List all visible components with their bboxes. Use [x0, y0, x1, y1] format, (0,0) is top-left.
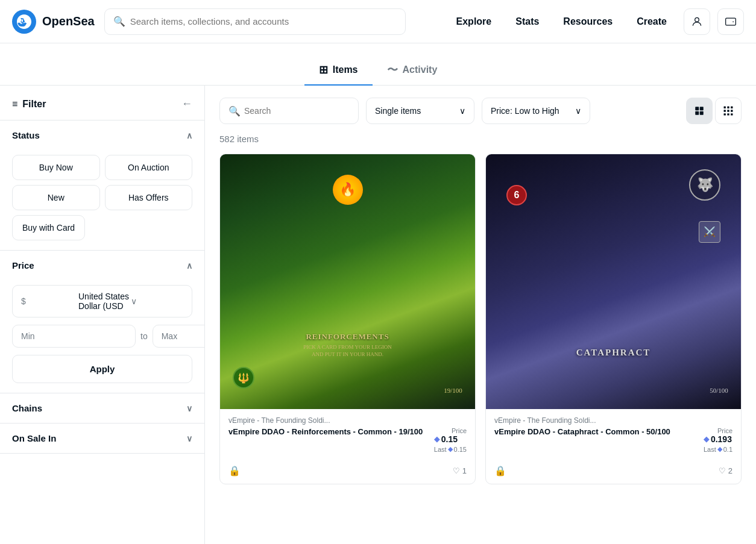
svg-rect-5	[700, 111, 704, 115]
svg-rect-4	[695, 111, 699, 115]
currency-selector[interactable]: $ United States Dollar (USD ∨	[12, 285, 192, 317]
nft2-like-count: 2	[728, 466, 732, 475]
nft1-card-number: 19/100	[444, 387, 462, 394]
on-sale-in-section: On Sale In ∨	[0, 424, 204, 454]
items-count: 582 items	[219, 134, 742, 144]
nft2-last-price-value: 0.1	[723, 446, 732, 453]
logo-icon	[12, 10, 36, 34]
filter-label: Filter	[22, 99, 46, 110]
price-min-input[interactable]	[12, 325, 136, 348]
logo[interactable]: OpenSea	[12, 10, 95, 34]
global-search-input[interactable]	[130, 16, 397, 27]
tab-activity[interactable]: 〜 Activity	[373, 55, 452, 86]
status-on-auction[interactable]: On Auction	[105, 155, 193, 180]
status-new[interactable]: New	[12, 185, 100, 210]
nft1-last-label: Last	[434, 446, 447, 453]
price-sort-dropdown[interactable]: Price: Low to High ∨	[482, 98, 590, 124]
nft1-last-price-value: 0.15	[454, 446, 467, 453]
svg-rect-1	[726, 18, 736, 25]
nft1-price-value: ◆ 0.15	[434, 434, 467, 444]
main-nav: Explore Stats Resources Create	[447, 8, 744, 35]
nft-card-1[interactable]: 🔥 REINFORCEMENTS PICK A CARD FROM YOUR L…	[219, 154, 476, 484]
status-section-header[interactable]: Status ∧	[0, 120, 204, 150]
main-content: ≡ Filter ← Status ∧ Buy Now On Auction N…	[0, 86, 756, 544]
nft-card-2[interactable]: 🐺 6 CATAPHRACT 50/100 ⚔️ vEmpire - The F…	[485, 154, 742, 484]
svg-rect-14	[731, 113, 732, 115]
status-buy-with-card[interactable]: Buy with Card	[12, 215, 85, 240]
price-section-header[interactable]: Price ∧	[0, 251, 204, 280]
nft2-price: 0.193	[711, 434, 732, 444]
status-title: Status	[12, 130, 40, 140]
nft1-card-image: 🔥 REINFORCEMENTS PICK A CARD FROM YOUR L…	[220, 154, 475, 409]
tabs-container: ⊞ Items 〜 Activity	[0, 43, 756, 86]
status-section-body: Buy Now On Auction New Has Offers Buy wi…	[0, 150, 204, 250]
nft2-price-col: Price ◆ 0.193 Last ◆ 0.1	[704, 427, 732, 453]
status-section: Status ∧ Buy Now On Auction New Has Offe…	[0, 120, 204, 251]
status-grid: Buy Now On Auction New Has Offers Buy wi…	[12, 155, 192, 240]
wallet-icon	[725, 16, 737, 28]
nft1-like-button[interactable]: ♡ 1	[453, 466, 467, 475]
search-field-icon: 🔍	[228, 105, 241, 117]
nav-resources[interactable]: Resources	[553, 11, 622, 32]
status-has-offers[interactable]: Has Offers	[105, 185, 193, 210]
price-title: Price	[12, 260, 34, 270]
account-icon	[691, 16, 703, 28]
currency-dropdown-arrow: ∨	[131, 296, 183, 306]
on-sale-in-header[interactable]: On Sale In ∨	[0, 424, 204, 453]
activity-icon: 〜	[387, 63, 398, 77]
nav-create[interactable]: Create	[627, 11, 676, 32]
small-grid-view-button[interactable]	[715, 98, 742, 124]
items-content: 🔍 Single items ∨ Price: Low to High ∨	[205, 86, 756, 544]
wallet-button[interactable]	[717, 8, 744, 35]
tab-items[interactable]: ⊞ Items	[304, 55, 373, 86]
svg-point-0	[695, 17, 699, 22]
nft2-like-button[interactable]: ♡ 2	[719, 466, 732, 475]
nft1-price-label: Price	[434, 427, 467, 434]
on-sale-in-chevron: ∨	[186, 434, 192, 443]
chains-section-header[interactable]: Chains ∨	[0, 393, 204, 423]
grid-icon: ⊞	[319, 63, 328, 77]
price-chevron: ∧	[186, 261, 192, 270]
nft2-price-value: ◆ 0.193	[704, 434, 732, 444]
svg-rect-7	[727, 107, 729, 108]
items-search-input[interactable]	[244, 106, 350, 116]
price-to-label: to	[140, 331, 148, 341]
nft2-last-price: Last ◆ 0.1	[704, 445, 732, 453]
nft1-card-text: REINFORCEMENTS PICK A CARD FROM YOUR LEG…	[233, 332, 462, 358]
price-max-input[interactable]	[153, 325, 205, 348]
global-search-bar[interactable]: 🔍	[104, 8, 406, 35]
nft1-last-eth: ◆	[448, 445, 453, 453]
nft1-top-badge: 🔥	[333, 175, 363, 205]
collapse-sidebar-button[interactable]: ←	[181, 98, 192, 110]
grid-view-button[interactable]	[686, 98, 713, 124]
status-buy-now[interactable]: Buy Now	[12, 155, 100, 180]
nft1-eth-icon: ◆	[434, 435, 439, 443]
toolbar: 🔍 Single items ∨ Price: Low to High ∨	[219, 98, 742, 124]
nft2-name: vEmpire DDAO - Cataphract - Common - 50/…	[494, 427, 699, 436]
small-grid-icon	[723, 105, 734, 116]
nft1-footer: 🔒 ♡ 1	[220, 460, 475, 484]
header: OpenSea 🔍 Explore Stats Resources Create	[0, 0, 756, 43]
nav-stats[interactable]: Stats	[506, 11, 549, 32]
account-button[interactable]	[684, 8, 710, 35]
sidebar: ≡ Filter ← Status ∧ Buy Now On Auction N…	[0, 86, 205, 544]
items-search-bar[interactable]: 🔍	[219, 98, 359, 124]
tab-items-label: Items	[333, 64, 358, 75]
nft2-footer: 🔒 ♡ 2	[486, 460, 741, 484]
price-section-body: $ United States Dollar (USD ∨ to Apply	[0, 280, 204, 393]
opensea-logo-svg	[17, 14, 31, 29]
nav-explore[interactable]: Explore	[447, 11, 502, 32]
nft1-image-container: 🔥 REINFORCEMENTS PICK A CARD FROM YOUR L…	[220, 154, 475, 409]
view-toggle	[686, 98, 742, 124]
nft1-like-count: 1	[462, 466, 467, 475]
chains-title: Chains	[12, 403, 42, 413]
nft2-eth-icon: ◆	[704, 435, 709, 443]
price-apply-button[interactable]: Apply	[12, 355, 192, 383]
svg-rect-8	[731, 107, 732, 108]
nft2-price-label: Price	[704, 427, 732, 434]
nft1-collection: vEmpire - The Founding Soldi...	[228, 416, 467, 425]
svg-rect-12	[724, 113, 726, 115]
single-items-dropdown[interactable]: Single items ∨	[366, 98, 474, 124]
svg-rect-10	[727, 110, 729, 111]
chains-chevron: ∨	[186, 404, 192, 413]
